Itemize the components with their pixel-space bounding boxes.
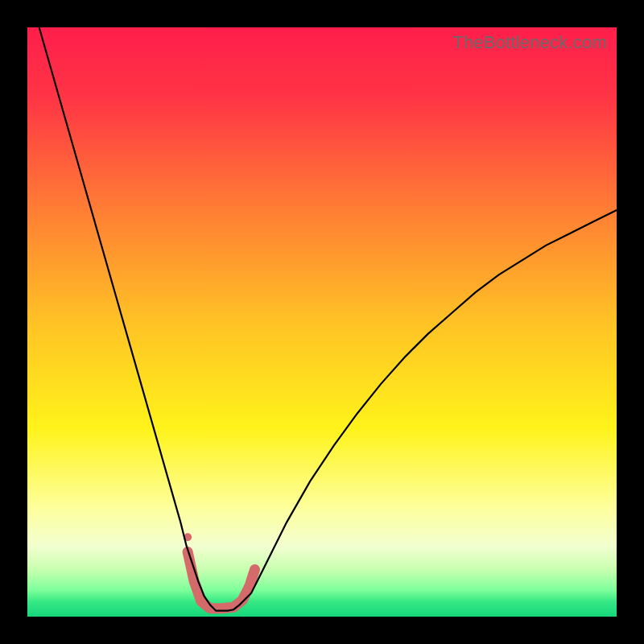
watermark-text: TheBottleneck.com <box>452 32 607 53</box>
heat-gradient-background <box>27 27 617 617</box>
plot-area: TheBottleneck.com <box>27 27 617 617</box>
chart-frame: TheBottleneck.com <box>0 0 644 644</box>
chart-svg <box>27 27 617 617</box>
